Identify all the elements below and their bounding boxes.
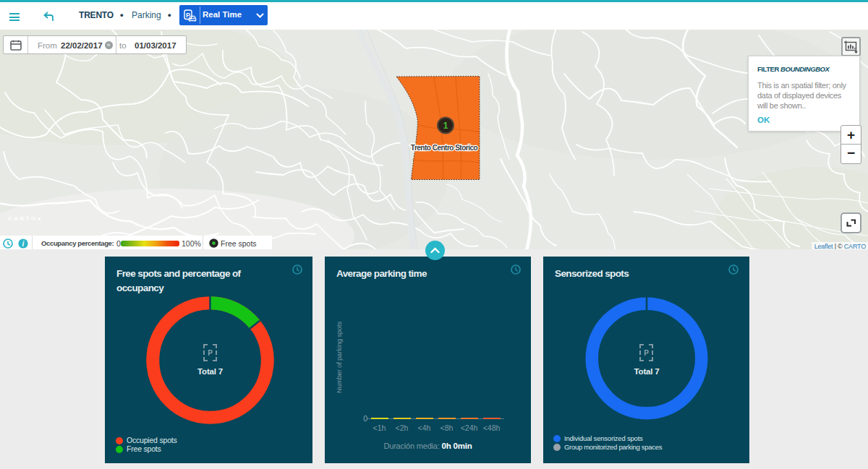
svg-text:Trento Centro Storico: Trento Centro Storico xyxy=(411,144,478,152)
svg-text:1: 1 xyxy=(443,121,448,131)
svg-text:i: i xyxy=(22,240,25,248)
